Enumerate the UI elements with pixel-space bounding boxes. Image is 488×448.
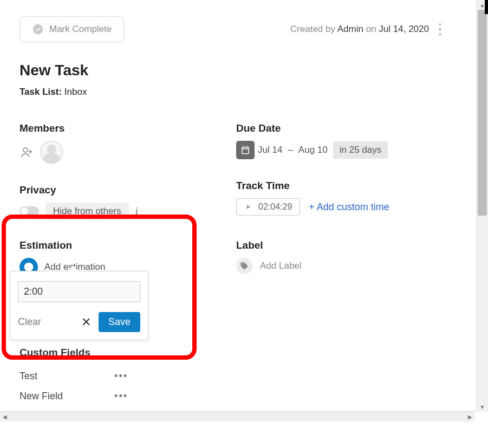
horizontal-scrollbar[interactable]: ◀ ▶ <box>0 412 475 421</box>
hide-from-others-chip[interactable]: Hide from others <box>45 203 129 220</box>
check-circle-icon <box>32 23 44 35</box>
custom-field-row: Test ••• <box>19 366 128 386</box>
add-label-text: Add Label <box>260 261 302 271</box>
custom-field-name: New Field <box>19 391 63 402</box>
vertical-scrollbar[interactable]: ▲ ▼ <box>476 0 488 412</box>
save-button[interactable]: Save <box>99 312 140 332</box>
members-title: Members <box>19 122 214 134</box>
add-custom-time-link[interactable]: + Add custom time <box>309 202 389 213</box>
custom-field-name: Test <box>19 371 37 382</box>
scroll-track[interactable] <box>477 10 488 402</box>
scroll-right-arrow[interactable]: ▶ <box>465 412 475 421</box>
info-icon[interactable]: i <box>135 206 138 217</box>
window-edge <box>485 0 488 14</box>
custom-field-menu[interactable]: ••• <box>114 371 128 382</box>
track-time-value: 02:04:29 <box>258 202 292 212</box>
clear-button[interactable]: Clear <box>18 316 41 328</box>
add-label-button[interactable] <box>236 258 252 274</box>
mark-complete-label: Mark Complete <box>49 24 112 35</box>
due-date-title: Due Date <box>236 122 431 134</box>
tag-icon <box>240 262 249 270</box>
mark-complete-button[interactable]: Mark Complete <box>19 16 124 42</box>
privacy-title: Privacy <box>19 184 214 196</box>
scroll-down-arrow[interactable]: ▼ <box>477 402 488 412</box>
created-by: Created by Admin on Jul 14, 2020 <box>290 21 444 38</box>
custom-field-menu[interactable]: ••• <box>114 391 128 402</box>
calendar-icon[interactable] <box>236 141 255 159</box>
estimation-title: Estimation <box>19 239 214 251</box>
user-plus-icon <box>21 146 34 159</box>
custom-field-row: New Field ••• <box>19 386 128 406</box>
label-title: Label <box>236 239 431 251</box>
play-icon <box>244 203 252 211</box>
svg-point-0 <box>23 148 28 152</box>
task-list-line: Task List: Inbox <box>19 87 444 98</box>
scroll-left-arrow[interactable]: ◀ <box>0 412 10 421</box>
more-menu-button[interactable] <box>437 21 444 38</box>
due-in-days: in 25 days <box>333 141 388 159</box>
close-icon[interactable]: ✕ <box>81 316 91 328</box>
estimation-popover: Clear ✕ Save <box>10 271 148 340</box>
add-member-button[interactable] <box>19 145 35 160</box>
scroll-thumb[interactable] <box>478 10 487 216</box>
custom-fields-title: Custom Fields <box>19 347 214 359</box>
track-time-title: Track Time <box>236 180 431 192</box>
avatar[interactable] <box>40 141 63 164</box>
due-date-range[interactable]: Jul 14 – Aug 10 in 25 days <box>258 141 388 159</box>
track-time-box[interactable]: 02:04:29 <box>236 198 300 216</box>
scroll-track[interactable] <box>10 412 465 421</box>
task-title: New Task <box>19 62 444 79</box>
estimation-input[interactable] <box>18 281 140 302</box>
privacy-toggle[interactable] <box>19 206 39 216</box>
